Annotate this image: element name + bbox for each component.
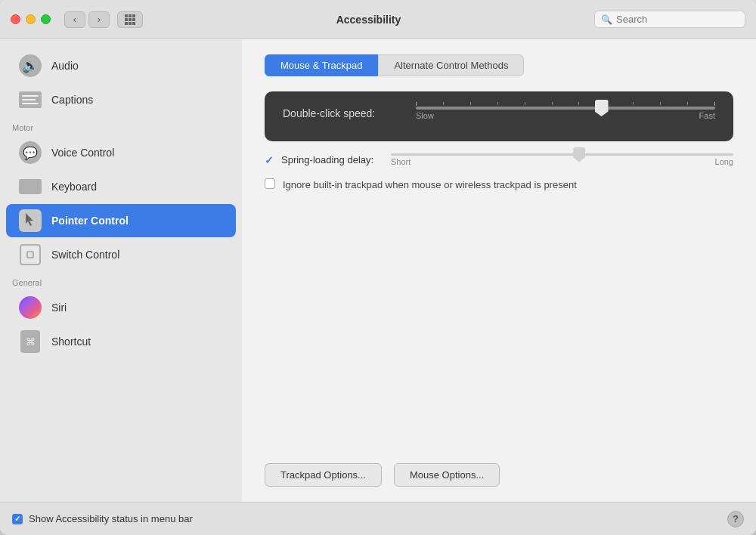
sidebar-item-siri[interactable]: Siri	[6, 291, 236, 324]
maximize-button[interactable]	[41, 14, 51, 24]
sidebar-item-audio[interactable]: 🔊 Audio	[6, 49, 236, 82]
tab-mouse-trackpad[interactable]: Mouse & Trackpad	[265, 54, 378, 76]
tab-alternate-control[interactable]: Alternate Control Methods	[378, 54, 524, 76]
title-bar: ‹ › Accessibility 🔍	[0, 0, 756, 39]
ignore-trackpad-checkbox[interactable]	[265, 178, 275, 189]
sidebar-item-label: Switch Control	[51, 249, 119, 261]
spring-loading-slider[interactable]	[391, 153, 733, 156]
right-panel: Mouse & Trackpad Alternate Control Metho…	[242, 39, 756, 502]
ignore-trackpad-row: Ignore built-in trackpad when mouse or w…	[265, 178, 733, 192]
switch-icon	[18, 243, 42, 267]
double-click-slider-labels: Slow Fast	[416, 111, 715, 120]
sidebar-item-label: Pointer Control	[51, 215, 129, 227]
main-content: 🔊 Audio Captions Mot	[0, 39, 756, 502]
audio-icon: 🔊	[18, 54, 42, 78]
slider-track	[416, 107, 715, 110]
show-status-checkbox[interactable]	[12, 514, 23, 524]
fast-label: Fast	[699, 111, 715, 120]
double-click-row: Double-click speed:	[283, 107, 715, 120]
spring-loading-label: Spring-loading delay:	[281, 154, 383, 165]
sidebar-item-keyboard[interactable]: Keyboard	[6, 170, 236, 203]
siri-icon	[18, 295, 42, 320]
sidebar-item-switch-control[interactable]: Switch Control	[6, 238, 236, 271]
spring-loading-labels: Short Long	[391, 157, 733, 166]
captions-icon	[18, 88, 42, 112]
show-status-area: Show Accessibility status in menu bar	[12, 513, 727, 524]
motor-section-label: Motor	[0, 117, 242, 135]
show-status-label: Show Accessibility status in menu bar	[29, 513, 193, 524]
grid-view-button[interactable]	[117, 11, 143, 28]
sidebar-item-label: Keyboard	[51, 181, 97, 193]
close-button[interactable]	[11, 14, 20, 24]
dark-settings-panel: Double-click speed:	[265, 91, 733, 141]
nav-buttons: ‹ ›	[64, 11, 110, 28]
keyboard-icon	[18, 175, 42, 199]
general-section-label: General	[0, 272, 242, 290]
back-button[interactable]: ‹	[64, 11, 85, 28]
sidebar-item-shortcut[interactable]: ⌘ Shortcut	[6, 325, 236, 358]
bottom-buttons: Trackpad Options... Mouse Options...	[265, 448, 733, 487]
sidebar-item-voice-control[interactable]: 💬 Voice Control	[6, 136, 236, 169]
short-label: Short	[391, 157, 411, 166]
long-label: Long	[715, 157, 733, 166]
minimize-button[interactable]	[26, 14, 36, 24]
mouse-options-button[interactable]: Mouse Options...	[394, 463, 500, 487]
ignore-trackpad-label: Ignore built-in trackpad when mouse or w…	[283, 178, 577, 192]
sidebar-item-pointer-control[interactable]: Pointer Control	[6, 204, 236, 237]
sidebar-item-label: Voice Control	[51, 147, 114, 159]
sidebar-item-label: Captions	[51, 94, 93, 106]
traffic-lights	[11, 14, 51, 24]
forward-button[interactable]: ›	[88, 11, 110, 28]
slider-track-white	[391, 153, 733, 156]
shortcut-icon: ⌘	[18, 329, 42, 354]
search-bar[interactable]: 🔍	[594, 11, 745, 28]
double-click-slider[interactable]	[416, 107, 715, 110]
pointer-icon	[18, 209, 42, 233]
white-panel: ✓ Spring-loading delay: Short Long	[265, 153, 733, 192]
window-title: Accessibility	[150, 14, 587, 26]
search-icon: 🔍	[601, 14, 612, 25]
trackpad-options-button[interactable]: Trackpad Options...	[265, 463, 382, 487]
sidebar: 🔊 Audio Captions Mot	[0, 39, 242, 502]
spring-loading-row: ✓ Spring-loading delay: Short Long	[265, 153, 733, 166]
search-input[interactable]	[616, 14, 739, 25]
slow-label: Slow	[416, 111, 434, 120]
double-click-label: Double-click speed:	[283, 107, 404, 119]
sidebar-item-label: Shortcut	[51, 336, 91, 348]
sidebar-item-captions[interactable]: Captions	[6, 83, 236, 116]
voice-icon: 💬	[18, 141, 42, 165]
bottom-bar: Show Accessibility status in menu bar ?	[0, 502, 756, 535]
spring-loading-check: ✓	[265, 154, 274, 166]
tab-bar: Mouse & Trackpad Alternate Control Metho…	[265, 54, 733, 76]
sidebar-item-label: Siri	[51, 302, 67, 314]
accessibility-window: ‹ › Accessibility 🔍 🔊 Audio	[0, 0, 756, 535]
grid-icon	[125, 14, 135, 25]
spring-loading-section: ✓ Spring-loading delay: Short Long	[265, 153, 733, 166]
sidebar-item-label: Audio	[51, 60, 79, 72]
help-button[interactable]: ?	[727, 511, 744, 527]
